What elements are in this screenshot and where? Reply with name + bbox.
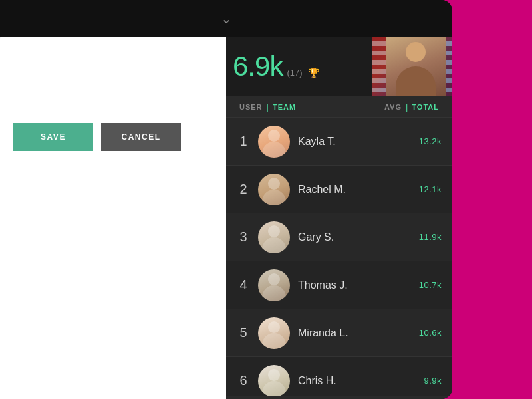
hero-avatar xyxy=(386,37,446,96)
hero-section: 6.9k (17) 🏆 xyxy=(226,37,452,96)
left-panel-white-bg xyxy=(0,37,226,399)
avatar xyxy=(258,365,290,397)
tab-total[interactable]: TOTAL xyxy=(409,103,442,111)
table-row: 5 Miranda L. 10.6k xyxy=(226,309,452,357)
user-score: 9.9k xyxy=(424,376,442,386)
avatar xyxy=(258,269,290,301)
user-score: 11.9k xyxy=(419,232,442,242)
user-name: Kayla T. xyxy=(298,136,411,148)
rank-number: 4 xyxy=(237,277,250,293)
rank-number: 2 xyxy=(237,182,250,197)
trophy-icon: 🏆 xyxy=(308,68,319,78)
user-score: 12.1k xyxy=(419,184,442,194)
hero-score: 6.9k xyxy=(233,53,283,80)
user-name: Thomas J. xyxy=(298,279,411,291)
avatar xyxy=(258,126,290,158)
rank-number: 5 xyxy=(237,325,250,340)
user-score: 10.6k xyxy=(419,328,442,338)
avatar xyxy=(258,174,290,205)
tab-bar: USER | TEAM AVG | TOTAL xyxy=(226,96,452,118)
user-name: Rachel M. xyxy=(298,184,411,196)
chevron-down-icon: ⌄ xyxy=(221,11,232,27)
save-button[interactable]: SAVE xyxy=(13,123,93,151)
top-bar: ⌄ xyxy=(0,0,452,37)
hero-rank: (17) xyxy=(287,68,302,78)
hero-stats: 6.9k (17) 🏆 xyxy=(233,53,319,80)
user-name: Miranda L. xyxy=(298,327,411,339)
left-panel: SAVE CANCEL xyxy=(0,37,226,399)
tab-sep-1: | xyxy=(267,102,269,112)
tab-avg[interactable]: AVG xyxy=(382,103,404,111)
right-panel: 6.9k (17) 🏆 USER | TEAM AVG | TOTAL xyxy=(226,37,452,399)
tab-team[interactable]: TEAM xyxy=(270,103,299,111)
user-score: 13.2k xyxy=(419,136,442,146)
user-name: Chris H. xyxy=(298,375,416,387)
user-name: Gary S. xyxy=(298,231,411,243)
avatar xyxy=(258,221,290,253)
content-area: SAVE CANCEL 6.9k (17) 🏆 xyxy=(0,37,452,399)
hero-meta: (17) 🏆 xyxy=(287,68,319,78)
table-row: 6 Chris H. 9.9k xyxy=(226,357,452,396)
rank-number: 6 xyxy=(237,373,250,388)
tab-sep-2: | xyxy=(406,102,408,112)
cancel-button[interactable]: CANCEL xyxy=(101,123,181,151)
user-score: 10.7k xyxy=(419,280,442,290)
table-row: 2 Rachel M. 12.1k xyxy=(226,166,452,213)
rank-number: 3 xyxy=(237,229,250,245)
tab-user[interactable]: USER xyxy=(237,103,265,111)
table-row: 1 Kayla T. 13.2k xyxy=(226,118,452,166)
buttons-area: SAVE CANCEL xyxy=(13,123,181,151)
avatar xyxy=(258,317,290,349)
device-frame: ⌄ SAVE CANCEL 6.9k (17) xyxy=(0,0,452,399)
table-row: 3 Gary S. 11.9k xyxy=(226,213,452,261)
leaderboard-list: 1 Kayla T. 13.2k 2 Rachel M. 12.1k 3 Gar… xyxy=(226,118,452,396)
table-row: 4 Thomas J. 10.7k xyxy=(226,261,452,309)
rank-number: 1 xyxy=(237,134,250,149)
